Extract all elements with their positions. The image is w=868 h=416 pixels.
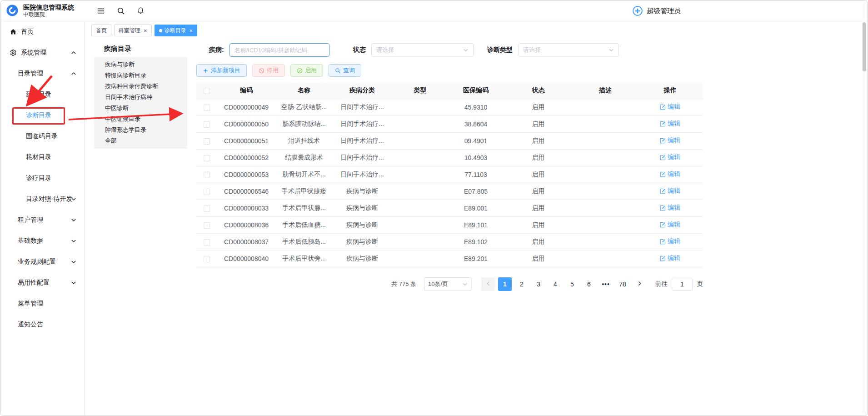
- sidebar-item[interactable]: 目录对照-待开发: [0, 189, 85, 210]
- sidebar-item[interactable]: 系统管理: [0, 42, 85, 63]
- table-row: CD0000006546手术后甲状腺瘘疾病与诊断E07.805启用编辑: [196, 183, 703, 200]
- sidebar-item[interactable]: 基础数据: [0, 231, 85, 251]
- catalog-item[interactable]: 中医诊断: [94, 103, 187, 114]
- row-checkbox[interactable]: [204, 222, 210, 229]
- chevron-down-icon: [462, 281, 468, 287]
- close-icon[interactable]: ×: [144, 28, 147, 34]
- row-checkbox[interactable]: [204, 172, 210, 178]
- notification-bell-icon[interactable]: [137, 7, 145, 15]
- cell-type: [392, 250, 449, 267]
- page-more-button[interactable]: •••: [599, 277, 613, 291]
- page-number-list: 123456•••78: [498, 277, 629, 291]
- scrollbar-track[interactable]: [862, 2, 867, 414]
- scrollbar-thumb[interactable]: [863, 22, 866, 71]
- tab-label: 科室管理: [119, 27, 140, 35]
- cell-insurance_code: 10.4903: [449, 149, 503, 166]
- top-header: 医院信息管理系统 中联医院 超级管理员: [0, 0, 868, 21]
- cell-description: [574, 216, 637, 233]
- row-checkbox[interactable]: [204, 189, 210, 195]
- close-icon[interactable]: ×: [190, 28, 193, 34]
- prev-page-button[interactable]: [481, 277, 495, 291]
- cell-checkbox: [196, 250, 217, 267]
- cell-name: 手术后低血糖...: [275, 216, 333, 233]
- page-button[interactable]: 5: [565, 277, 579, 291]
- edit-label: 编辑: [668, 221, 680, 229]
- edit-button[interactable]: 编辑: [660, 153, 680, 161]
- catalog-item[interactable]: 特慢病诊断目录: [94, 70, 187, 81]
- tab[interactable]: 诊断目录×: [155, 25, 198, 36]
- catalog-item[interactable]: 日间手术治疗病种: [94, 92, 187, 103]
- diagnosis-type-select[interactable]: 请选择: [518, 43, 619, 57]
- page-size-value: 10条/页: [428, 280, 448, 288]
- tab[interactable]: 科室管理×: [114, 25, 152, 36]
- table-row: CD0000000050肠系膜动脉结...日间手术治疗...38.8604启用编…: [196, 115, 703, 132]
- catalog-item[interactable]: 全部: [94, 135, 187, 146]
- edit-button[interactable]: 编辑: [660, 204, 680, 212]
- status-select[interactable]: 请选择: [371, 43, 474, 57]
- sidebar-item[interactable]: 国临码目录: [0, 126, 85, 147]
- row-checkbox[interactable]: [204, 105, 210, 111]
- row-checkbox[interactable]: [204, 205, 210, 212]
- ban-icon: [259, 68, 264, 74]
- sidebar-item[interactable]: 租户管理: [0, 210, 85, 231]
- row-checkbox[interactable]: [204, 121, 210, 128]
- edit-button[interactable]: 编辑: [660, 120, 680, 128]
- next-page-button[interactable]: [633, 277, 646, 291]
- hospital-name: 中联医院: [23, 11, 74, 19]
- row-checkbox[interactable]: [204, 138, 210, 145]
- sidebar-item[interactable]: 易用性配置: [0, 272, 85, 293]
- edit-button[interactable]: 编辑: [660, 237, 680, 246]
- tab[interactable]: 首页: [91, 25, 111, 36]
- sidebar-item[interactable]: 通知公告: [0, 314, 85, 335]
- catalog-item[interactable]: 肿瘤形态学目录: [94, 125, 187, 135]
- row-checkbox[interactable]: [204, 239, 210, 246]
- catalog-item[interactable]: 疾病与诊断: [94, 59, 187, 70]
- cell-type: [392, 149, 449, 166]
- page-button[interactable]: 3: [532, 277, 545, 291]
- cell-insurance_code: E89.101: [449, 216, 503, 233]
- page-button[interactable]: 78: [616, 277, 629, 291]
- edit-button[interactable]: 编辑: [660, 136, 680, 145]
- enable-button[interactable]: 启用: [290, 64, 323, 77]
- sidebar-item[interactable]: 业务规则配置: [0, 251, 85, 272]
- sidebar-item-label: 目录管理: [18, 70, 43, 78]
- sidebar-item[interactable]: 首页: [0, 21, 85, 42]
- page-button[interactable]: 6: [582, 277, 596, 291]
- cell-insurance_code: 09.4901: [449, 132, 503, 149]
- sidebar-item[interactable]: 耗材目录: [0, 147, 85, 168]
- sidebar-item-label: 通知公告: [18, 321, 43, 329]
- diagnosis-type-select-placeholder: 请选择: [523, 46, 541, 54]
- sidebar-item[interactable]: 菜单管理: [0, 293, 85, 314]
- edit-button[interactable]: 编辑: [660, 170, 680, 178]
- sidebar-item[interactable]: 药品目录: [0, 84, 85, 105]
- edit-button[interactable]: 编辑: [660, 254, 680, 262]
- row-checkbox[interactable]: [204, 256, 210, 262]
- add-item-button[interactable]: 添加新项目: [196, 64, 247, 77]
- catalog-item[interactable]: 按病种目录付费诊断: [94, 81, 187, 92]
- select-all-checkbox[interactable]: [204, 88, 210, 94]
- edit-button[interactable]: 编辑: [660, 103, 680, 111]
- catalog-item[interactable]: 中医证候目录: [94, 114, 187, 125]
- sidebar-item[interactable]: 诊疗目录: [0, 168, 85, 189]
- search-icon[interactable]: [117, 7, 125, 15]
- sidebar-item[interactable]: 目录管理: [0, 63, 85, 84]
- cell-type: [392, 233, 449, 250]
- page-size-select[interactable]: 10条/页: [424, 277, 472, 291]
- query-button[interactable]: 查询: [329, 64, 361, 77]
- user-menu[interactable]: 超级管理员: [632, 0, 681, 21]
- goto-page-input[interactable]: [672, 278, 693, 291]
- disease-search-input[interactable]: [229, 43, 329, 57]
- edit-button[interactable]: 编辑: [660, 187, 680, 195]
- sidebar-item[interactable]: 诊断目录: [0, 105, 85, 126]
- cell-name: 肠系膜动脉结...: [275, 115, 333, 132]
- cell-code: CD0000000053: [217, 166, 275, 183]
- edit-button[interactable]: 编辑: [660, 221, 680, 229]
- page-button[interactable]: 2: [515, 277, 529, 291]
- collapse-menu-icon[interactable]: [97, 7, 105, 15]
- disable-button[interactable]: 停用: [252, 64, 285, 77]
- cell-status: 启用: [503, 200, 574, 216]
- page-button[interactable]: 1: [498, 277, 512, 291]
- page-button[interactable]: 4: [549, 277, 562, 291]
- row-checkbox[interactable]: [204, 155, 210, 161]
- home-icon: [10, 28, 17, 35]
